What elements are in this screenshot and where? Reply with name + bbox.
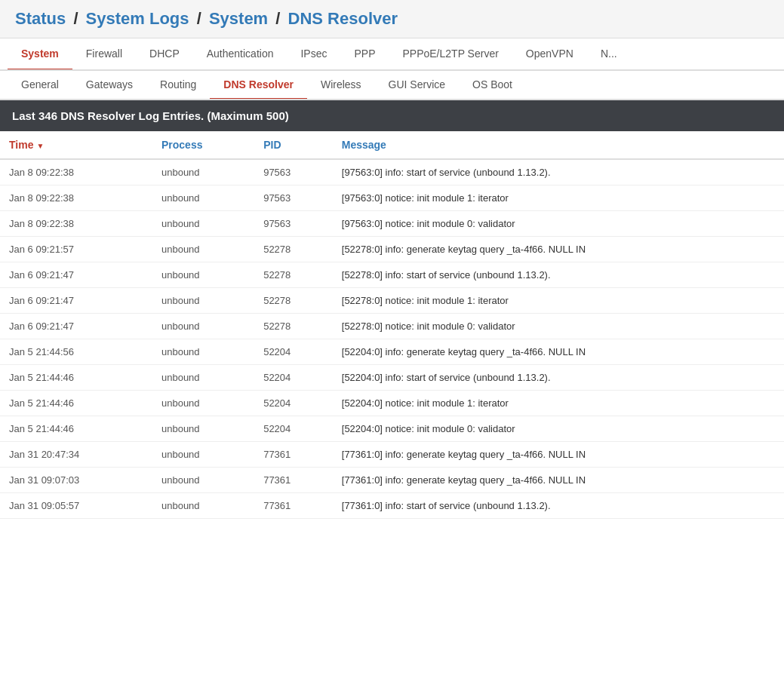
cell-message: [52204:0] notice: init module 0: validat… xyxy=(333,416,784,442)
cell-message: [77361:0] info: generate keytag query _t… xyxy=(333,468,784,493)
cell-time: Jan 5 21:44:46 xyxy=(0,391,152,416)
cell-message: [52278:0] info: start of service (unboun… xyxy=(333,262,784,288)
cell-pid: 52204 xyxy=(254,391,333,416)
table-row: Jan 31 09:05:57unbound77361[77361:0] inf… xyxy=(0,493,784,519)
cell-process: unbound xyxy=(152,314,254,339)
cell-message: [52204:0] info: generate keytag query _t… xyxy=(333,339,784,365)
tab-secondary-routing[interactable]: Routing xyxy=(146,71,210,100)
table-row: Jan 6 09:21:47unbound52278[52278:0] info… xyxy=(0,262,784,288)
table-row: Jan 6 09:21:57unbound52278[52278:0] info… xyxy=(0,237,784,262)
cell-time: Jan 31 20:47:34 xyxy=(0,442,152,468)
tab-primary-ipsec[interactable]: IPsec xyxy=(287,38,340,71)
col-header-pid[interactable]: PID xyxy=(254,131,333,159)
cell-pid: 52204 xyxy=(254,416,333,442)
cell-pid: 97563 xyxy=(254,186,333,211)
cell-process: unbound xyxy=(152,339,254,365)
col-header-time[interactable]: Time▼ xyxy=(0,131,152,159)
cell-time: Jan 6 09:21:47 xyxy=(0,262,152,288)
cell-process: unbound xyxy=(152,468,254,493)
cell-time: Jan 6 09:21:47 xyxy=(0,288,152,314)
cell-message: [97563:0] notice: init module 0: validat… xyxy=(333,211,784,237)
tab-secondary-gateways[interactable]: Gateways xyxy=(72,71,146,100)
log-table: Time▼ProcessPIDMessage Jan 8 09:22:38unb… xyxy=(0,131,784,519)
cell-pid: 97563 xyxy=(254,159,333,186)
tabs-secondary-container: GeneralGatewaysRoutingDNS ResolverWirele… xyxy=(0,71,784,100)
cell-pid: 97563 xyxy=(254,211,333,237)
tab-primary-openvpn[interactable]: OpenVPN xyxy=(512,38,587,71)
cell-process: unbound xyxy=(152,365,254,391)
cell-process: unbound xyxy=(152,262,254,288)
col-header-process[interactable]: Process xyxy=(152,131,254,159)
cell-time: Jan 5 21:44:46 xyxy=(0,416,152,442)
breadcrumb: Status / System Logs / System / DNS Reso… xyxy=(15,9,769,29)
cell-time: Jan 8 09:22:38 xyxy=(0,159,152,186)
cell-pid: 52204 xyxy=(254,365,333,391)
cell-time: Jan 8 09:22:38 xyxy=(0,186,152,211)
cell-pid: 52278 xyxy=(254,262,333,288)
sort-arrow: ▼ xyxy=(36,142,44,150)
tabs-primary-container: SystemFirewallDHCPAuthenticationIPsecPPP… xyxy=(0,38,784,71)
table-row: Jan 31 09:07:03unbound77361[77361:0] inf… xyxy=(0,468,784,493)
cell-pid: 52278 xyxy=(254,314,333,339)
tab-primary-pppoe-l2tp-server[interactable]: PPPoE/L2TP Server xyxy=(389,38,512,71)
cell-process: unbound xyxy=(152,391,254,416)
breadcrumb-dns-resolver[interactable]: DNS Resolver xyxy=(288,9,398,28)
cell-process: unbound xyxy=(152,237,254,262)
breadcrumb-status[interactable]: Status xyxy=(15,9,66,28)
cell-time: Jan 5 21:44:56 xyxy=(0,339,152,365)
table-row: Jan 5 21:44:56unbound52204[52204:0] info… xyxy=(0,339,784,365)
tab-secondary-dns-resolver[interactable]: DNS Resolver xyxy=(210,71,307,100)
cell-process: unbound xyxy=(152,416,254,442)
table-row: Jan 5 21:44:46unbound52204[52204:0] noti… xyxy=(0,416,784,442)
tab-secondary-gui-service[interactable]: GUI Service xyxy=(375,71,459,100)
cell-process: unbound xyxy=(152,211,254,237)
cell-pid: 77361 xyxy=(254,442,333,468)
cell-message: [77361:0] info: generate keytag query _t… xyxy=(333,442,784,468)
cell-message: [52278:0] info: generate keytag query _t… xyxy=(333,237,784,262)
cell-pid: 52278 xyxy=(254,237,333,262)
table-row: Jan 6 09:21:47unbound52278[52278:0] noti… xyxy=(0,314,784,339)
tab-primary-system[interactable]: System xyxy=(8,38,72,71)
tab-primary-authentication[interactable]: Authentication xyxy=(193,38,287,71)
breadcrumb-bar: Status / System Logs / System / DNS Reso… xyxy=(0,0,784,38)
log-section-header: Last 346 DNS Resolver Log Entries. (Maxi… xyxy=(0,100,784,131)
cell-message: [97563:0] notice: init module 1: iterato… xyxy=(333,186,784,211)
table-row: Jan 8 09:22:38unbound97563[97563:0] info… xyxy=(0,159,784,186)
tab-primary-firewall[interactable]: Firewall xyxy=(72,38,136,71)
content-area: Last 346 DNS Resolver Log Entries. (Maxi… xyxy=(0,100,784,519)
cell-time: Jan 31 09:05:57 xyxy=(0,493,152,519)
col-header-message[interactable]: Message xyxy=(333,131,784,159)
cell-time: Jan 6 09:21:47 xyxy=(0,314,152,339)
tab-secondary-os-boot[interactable]: OS Boot xyxy=(459,71,526,100)
cell-message: [52278:0] notice: init module 0: validat… xyxy=(333,314,784,339)
table-row: Jan 5 21:44:46unbound52204[52204:0] noti… xyxy=(0,391,784,416)
cell-pid: 77361 xyxy=(254,493,333,519)
cell-time: Jan 5 21:44:46 xyxy=(0,365,152,391)
table-row: Jan 6 09:21:47unbound52278[52278:0] noti… xyxy=(0,288,784,314)
table-row: Jan 31 20:47:34unbound77361[77361:0] inf… xyxy=(0,442,784,468)
cell-message: [52204:0] info: start of service (unboun… xyxy=(333,365,784,391)
cell-time: Jan 8 09:22:38 xyxy=(0,211,152,237)
tab-primary-n---[interactable]: N... xyxy=(587,38,631,71)
table-row: Jan 8 09:22:38unbound97563[97563:0] noti… xyxy=(0,211,784,237)
tab-primary-dhcp[interactable]: DHCP xyxy=(136,38,193,71)
breadcrumb-system[interactable]: System xyxy=(209,9,268,28)
breadcrumb-system-logs[interactable]: System Logs xyxy=(86,9,189,28)
cell-message: [77361:0] info: start of service (unboun… xyxy=(333,493,784,519)
cell-process: unbound xyxy=(152,442,254,468)
cell-time: Jan 31 09:07:03 xyxy=(0,468,152,493)
cell-message: [52278:0] notice: init module 1: iterato… xyxy=(333,288,784,314)
tab-secondary-general[interactable]: General xyxy=(8,71,72,100)
cell-message: [52204:0] notice: init module 1: iterato… xyxy=(333,391,784,416)
cell-process: unbound xyxy=(152,288,254,314)
table-row: Jan 5 21:44:46unbound52204[52204:0] info… xyxy=(0,365,784,391)
tab-secondary-wireless[interactable]: Wireless xyxy=(307,71,375,100)
cell-process: unbound xyxy=(152,493,254,519)
cell-time: Jan 6 09:21:57 xyxy=(0,237,152,262)
cell-pid: 52204 xyxy=(254,339,333,365)
cell-process: unbound xyxy=(152,186,254,211)
cell-process: unbound xyxy=(152,159,254,186)
tab-primary-ppp[interactable]: PPP xyxy=(340,38,389,71)
cell-message: [97563:0] info: start of service (unboun… xyxy=(333,159,784,186)
cell-pid: 77361 xyxy=(254,468,333,493)
